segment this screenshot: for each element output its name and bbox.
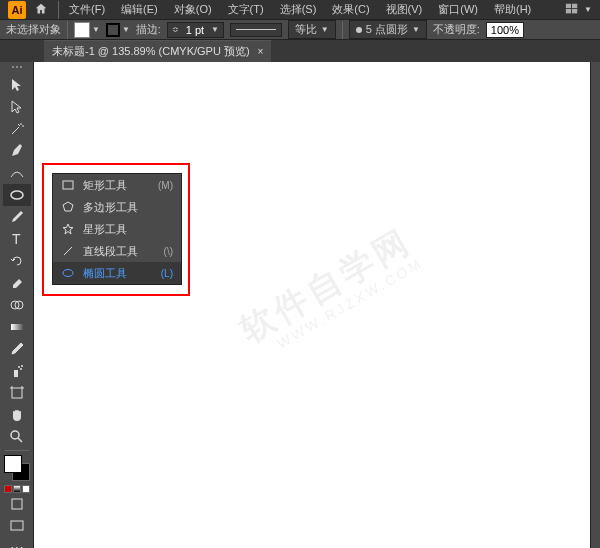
line-icon <box>61 245 75 257</box>
ai-logo: Ai <box>8 1 26 19</box>
gradient-mode-icon[interactable] <box>13 485 21 493</box>
polygon-icon <box>61 201 75 213</box>
direct-selection-tool[interactable] <box>3 96 31 118</box>
svg-point-12 <box>21 365 23 367</box>
brush-preview[interactable] <box>230 23 282 37</box>
toolbox: T ⋯ <box>0 62 34 548</box>
menu-edit[interactable]: 编辑(E) <box>115 0 164 19</box>
canvas[interactable]: 软件自学网 WWW.RJZXW.COM <box>34 62 600 548</box>
home-icon[interactable] <box>34 2 48 18</box>
svg-text:T: T <box>12 231 21 247</box>
menu-file[interactable]: 文件(F) <box>63 0 111 19</box>
svg-rect-1 <box>572 3 577 7</box>
opacity-label: 不透明度: <box>433 22 480 37</box>
svg-rect-16 <box>11 521 23 530</box>
close-icon[interactable]: × <box>258 46 264 57</box>
draw-mode-tool[interactable] <box>3 493 31 515</box>
panel-grip[interactable] <box>5 66 29 70</box>
eyedropper-tool[interactable] <box>3 338 31 360</box>
stroke-weight-field[interactable] <box>181 24 209 36</box>
menu-effect[interactable]: 效果(C) <box>326 0 375 19</box>
menu-help[interactable]: 帮助(H) <box>488 0 537 19</box>
svg-point-21 <box>63 270 73 277</box>
magic-wand-tool[interactable] <box>3 118 31 140</box>
color-mode-icon[interactable] <box>4 485 12 493</box>
flyout-star-tool[interactable]: 星形工具 <box>53 218 181 240</box>
menu-type[interactable]: 文字(T) <box>222 0 270 19</box>
flyout-ellipse-tool[interactable]: 椭圆工具 (L) <box>53 262 181 284</box>
none-mode-icon[interactable] <box>22 485 30 493</box>
svg-rect-15 <box>12 499 22 509</box>
opacity-input[interactable] <box>486 22 524 38</box>
shape-tool-flyout: 矩形工具 (M) 多边形工具 星形工具 直线段工具 (\) 椭圆工具 (L) <box>52 173 182 285</box>
screen-mode-tool[interactable] <box>3 515 31 537</box>
fill-color[interactable] <box>4 455 22 473</box>
stroke-label: 描边: <box>136 22 161 37</box>
paintbrush-tool[interactable] <box>3 206 31 228</box>
star-icon <box>61 223 75 235</box>
menu-object[interactable]: 对象(O) <box>168 0 218 19</box>
svg-rect-0 <box>566 3 571 7</box>
svg-line-20 <box>64 247 72 255</box>
scale-dropdown[interactable]: 等比▼ <box>288 20 336 39</box>
shape-builder-tool[interactable] <box>3 294 31 316</box>
svg-rect-17 <box>63 181 73 189</box>
eraser-tool[interactable] <box>3 272 31 294</box>
layout-icon[interactable] <box>564 2 580 18</box>
watermark: 软件自学网 WWW.RJZXW.COM <box>232 218 426 363</box>
svg-point-4 <box>11 191 23 199</box>
svg-rect-3 <box>572 9 577 13</box>
zoom-tool[interactable] <box>3 426 31 448</box>
menubar: Ai 文件(F) 编辑(E) 对象(O) 文字(T) 选择(S) 效果(C) 视… <box>0 0 600 19</box>
svg-rect-13 <box>12 388 22 398</box>
workarea: T ⋯ 软件自学网 <box>0 62 600 548</box>
color-mode-row <box>4 485 30 493</box>
svg-marker-18 <box>63 202 73 211</box>
chevron-down-icon[interactable]: ▼ <box>584 5 592 14</box>
brush-dropdown[interactable]: 5 点圆形▼ <box>349 20 427 39</box>
svg-point-14 <box>11 431 19 439</box>
pen-tool[interactable] <box>3 140 31 162</box>
menu-select[interactable]: 选择(S) <box>274 0 323 19</box>
flyout-rectangle-tool[interactable]: 矩形工具 (M) <box>53 174 181 196</box>
svg-rect-9 <box>14 370 18 377</box>
document-tabbar: 未标题-1 @ 135.89% (CMYK/GPU 预览) × <box>0 40 600 62</box>
menu-window[interactable]: 窗口(W) <box>432 0 484 19</box>
hand-tool[interactable] <box>3 404 31 426</box>
stroke-weight-input[interactable]: ≎ ▼ <box>167 22 224 38</box>
edit-toolbar[interactable]: ⋯ <box>3 537 31 548</box>
svg-marker-19 <box>63 224 73 234</box>
no-selection-label: 未选择对象 <box>6 22 61 37</box>
options-bar: 未选择对象 ▼ ▼ 描边: ≎ ▼ 等比▼ 5 点圆形▼ 不透明度: <box>0 19 600 40</box>
svg-rect-8 <box>11 324 23 330</box>
chevron-down-icon[interactable]: ▼ <box>211 25 219 34</box>
rotate-tool[interactable] <box>3 250 31 272</box>
svg-rect-2 <box>566 9 571 13</box>
ellipse-tool[interactable] <box>3 184 31 206</box>
right-panel-edge[interactable] <box>590 62 600 548</box>
document-tab[interactable]: 未标题-1 @ 135.89% (CMYK/GPU 预览) × <box>44 40 271 62</box>
flyout-line-tool[interactable]: 直线段工具 (\) <box>53 240 181 262</box>
gradient-tool[interactable] <box>3 316 31 338</box>
menu-view[interactable]: 视图(V) <box>380 0 429 19</box>
svg-point-11 <box>20 368 22 370</box>
rect-icon <box>61 179 75 191</box>
stroke-swatch[interactable]: ▼ <box>106 23 130 37</box>
stepper-icon[interactable]: ≎ <box>172 25 179 34</box>
fill-swatch[interactable]: ▼ <box>74 22 100 38</box>
curvature-tool[interactable] <box>3 162 31 184</box>
tab-title: 未标题-1 @ 135.89% (CMYK/GPU 预览) <box>52 44 250 59</box>
symbol-sprayer-tool[interactable] <box>3 360 31 382</box>
artboard-tool[interactable] <box>3 382 31 404</box>
svg-point-10 <box>18 366 20 368</box>
ellipse-icon <box>61 267 75 279</box>
flyout-polygon-tool[interactable]: 多边形工具 <box>53 196 181 218</box>
divider <box>58 1 59 19</box>
fill-stroke-swatches[interactable] <box>4 455 30 481</box>
selection-tool[interactable] <box>3 74 31 96</box>
type-tool[interactable]: T <box>3 228 31 250</box>
